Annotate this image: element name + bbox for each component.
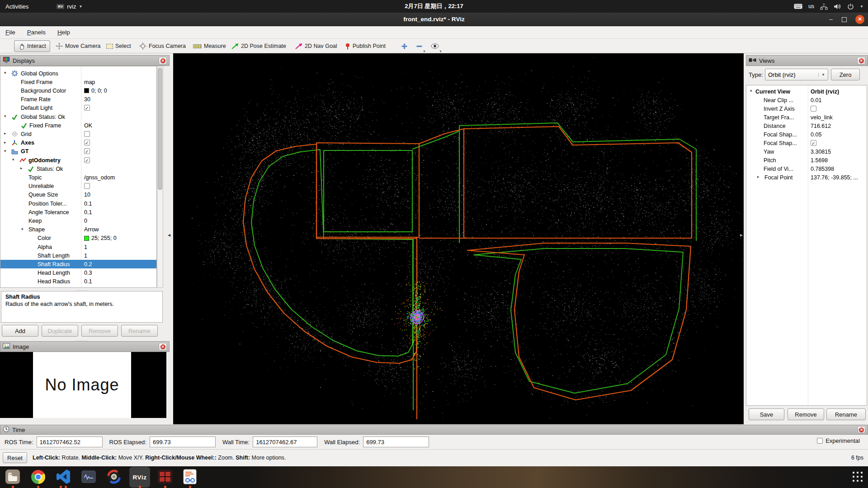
speaker-icon[interactable] (834, 4, 841, 9)
minimize-button[interactable]: – (826, 13, 835, 26)
checkbox[interactable] (84, 131, 90, 137)
tool-publish-point[interactable]: Publish Point (341, 40, 389, 52)
property-row-frame-rate[interactable]: Frame Rate30 (0, 95, 156, 104)
pointcloud-canvas[interactable] (173, 53, 744, 424)
expander-open-icon[interactable]: ▾ (4, 114, 6, 118)
taskbar-monitor-icon[interactable] (80, 469, 97, 485)
property-row-focal-point[interactable]: ▸Focal Point137.76; -39.855; ... (746, 173, 867, 182)
expander-closed-icon[interactable]: ▸ (20, 166, 23, 170)
network-question-icon[interactable]: ? (820, 3, 828, 10)
time-close-button[interactable]: ✕ (858, 426, 865, 433)
displays-panel-header[interactable]: Displays ✕ (0, 55, 170, 66)
property-row-near-clip[interactable]: Near Clip ...0.01 (746, 96, 867, 104)
property-row-distance[interactable]: Distance716.612 (746, 122, 867, 130)
app-indicator[interactable]: RV rviz ▼ (57, 3, 82, 10)
taskbar-rviz-active[interactable]: RViz (129, 467, 150, 488)
checkbox[interactable]: ✓ (84, 148, 90, 154)
expander-closed-icon[interactable]: ▸ (4, 131, 6, 136)
tool-focus-camera[interactable]: Focus Camera (136, 40, 189, 52)
menu-panels[interactable]: Panels (27, 29, 46, 36)
tool-visibility[interactable]: ▼ (427, 40, 443, 52)
checkbox[interactable] (811, 106, 816, 112)
collapse-right-panel-arrow[interactable]: ▶ (740, 233, 743, 237)
activities-button[interactable]: Activities (5, 3, 28, 10)
property-row-keep[interactable]: Keep0 (0, 216, 156, 225)
property-row-fixed-frame[interactable]: Fixed Framemap (0, 78, 156, 86)
property-row-background-color[interactable]: Background Color0; 0; 0 (0, 86, 156, 95)
keyboard-icon[interactable] (794, 4, 802, 9)
displays-property-tree[interactable]: ▾Global OptionsFixed FramemapBackground … (0, 66, 157, 288)
views-panel-header[interactable]: Views ✕ (746, 55, 868, 66)
tool-zoom-in[interactable] (397, 40, 411, 52)
save-view-button[interactable]: Save (749, 408, 784, 420)
menu-help[interactable]: Help (57, 29, 70, 36)
checkbox[interactable]: ✓ (84, 140, 90, 145)
time-panel-header[interactable]: Time ✕ (0, 425, 868, 435)
property-row-shape[interactable]: ▾ShapeArrow (0, 225, 156, 234)
expander-open-icon[interactable]: ▾ (21, 227, 24, 231)
image-panel-header[interactable]: Image ✕ (0, 341, 170, 352)
view-type-combo[interactable]: Orbit (rviz) ▼ (765, 69, 828, 80)
views-close-button[interactable]: ✕ (857, 57, 865, 65)
property-row-queue-size[interactable]: Queue Size10 (0, 191, 156, 199)
remove-view-button[interactable]: Remove (788, 408, 824, 420)
reset-button[interactable]: Reset (3, 452, 27, 463)
tool-zoom-out[interactable]: ▼ (412, 40, 426, 52)
property-row-unreliable[interactable]: Unreliable (0, 182, 156, 191)
property-row-topic[interactable]: Topic/gnss_odom (0, 173, 156, 182)
image-close-button[interactable]: ✕ (159, 343, 167, 351)
displays-scrollbar[interactable] (157, 66, 163, 288)
keyboard-layout-label[interactable]: us (808, 3, 814, 9)
ros-time-input[interactable] (37, 436, 103, 447)
property-row-grid[interactable]: ▸Grid (0, 130, 156, 138)
expander-open-icon[interactable]: ▾ (4, 70, 6, 75)
tool-select[interactable]: Select (103, 40, 135, 52)
ros-elapsed-input[interactable] (150, 436, 216, 447)
caret-down-icon[interactable]: ▼ (860, 5, 863, 9)
rename-view-button[interactable]: Rename (826, 408, 866, 420)
checkbox[interactable] (84, 183, 90, 189)
property-row-shaft-radius[interactable]: Shaft Radius0.2 (0, 260, 156, 268)
property-row-fixed-frame[interactable]: Fixed FrameOK (0, 121, 156, 130)
tool-move-camera[interactable]: Move Camera (52, 40, 104, 52)
tool-pose-estimate[interactable]: 2D Pose Estimate (228, 40, 290, 52)
expander-open-icon[interactable]: ▾ (750, 89, 752, 93)
property-row-pitch[interactable]: Pitch1.5698 (746, 156, 867, 164)
3d-viewport[interactable] (173, 53, 744, 424)
property-row-position-toler[interactable]: Position Toler...0.1 (0, 199, 156, 208)
experimental-checkbox[interactable] (817, 438, 823, 444)
close-button[interactable]: ✕ (855, 15, 864, 24)
property-row-color[interactable]: Color25; 255; 0 (0, 234, 156, 243)
property-row-status-ok[interactable]: ▸Status: Ok (0, 164, 156, 173)
remove-display-button[interactable]: Remove (81, 325, 118, 337)
add-display-button[interactable]: Add (2, 325, 38, 337)
tool-measure[interactable]: Measure (189, 40, 230, 52)
expander-open-icon[interactable]: ▾ (12, 157, 14, 162)
wall-time-input[interactable] (253, 436, 317, 447)
tool-interact[interactable]: Interact (14, 40, 50, 52)
property-row-default-light[interactable]: Default Light✓ (0, 104, 156, 113)
property-row-target-fra[interactable]: Target Fra...velo_link (746, 113, 867, 122)
displays-scrollbar-thumb[interactable] (158, 68, 162, 190)
taskbar-recorder-icon[interactable] (106, 469, 122, 485)
color-swatch[interactable] (84, 88, 89, 93)
wall-elapsed-input[interactable] (363, 436, 429, 447)
window-title-bar[interactable]: front_end.rviz* - RViz – ✕ (0, 13, 868, 26)
property-row-focal-shap[interactable]: Focal Shap...0.05 (746, 130, 867, 139)
rename-display-button[interactable]: Rename (121, 325, 158, 337)
zero-button[interactable]: Zero (831, 69, 860, 80)
taskbar-files-icon[interactable] (5, 469, 21, 485)
expander-closed-icon[interactable]: ▸ (757, 174, 760, 179)
property-row-angle-tolerance[interactable]: Angle Tolerance0.1 (0, 208, 156, 216)
property-row-invert-z-axis[interactable]: Invert Z Axis (746, 104, 867, 113)
restore-button[interactable] (842, 17, 847, 22)
property-row-yaw[interactable]: Yaw3.30815 (746, 147, 867, 156)
displays-close-button[interactable]: ✕ (159, 57, 167, 65)
expander-closed-icon[interactable]: ▸ (4, 140, 6, 145)
property-row-focal-shap[interactable]: Focal Shap...✓ (746, 139, 867, 147)
property-row-current-view[interactable]: ▾Current ViewOrbit (rviz) (746, 87, 867, 96)
collapse-left-panel-arrow[interactable]: ◀ (168, 233, 170, 237)
property-row-gtodometry[interactable]: ▾gtOdometry✓ (0, 156, 156, 164)
system-tray[interactable]: us?▼ (794, 0, 863, 13)
property-row-shaft-length[interactable]: Shaft Length1 (0, 251, 156, 260)
